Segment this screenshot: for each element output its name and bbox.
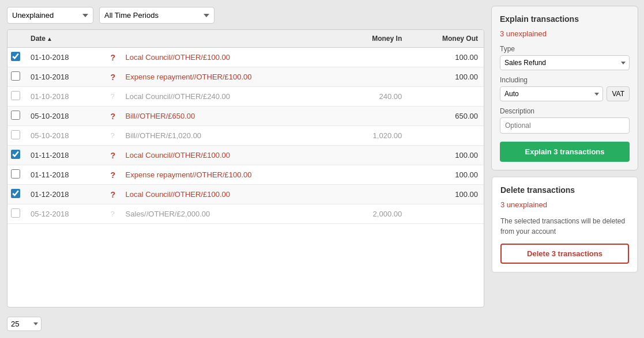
row-checkbox[interactable]: [11, 189, 20, 198]
row-description[interactable]: Local Council//OTHER/£100.00: [120, 48, 341, 67]
row-money-out: 650.00: [408, 107, 484, 126]
delete-panel: Delete transactions 3 unexplained The se…: [491, 176, 638, 273]
row-money-out: 100.00: [408, 48, 484, 67]
row-date: 05-10-2018: [25, 126, 108, 146]
row-checkbox-cell: [7, 204, 25, 224]
row-question-mark: ?: [108, 107, 120, 126]
transactions-table: Date▲ Money In Money Out 01-10-2018?Loca…: [7, 30, 484, 224]
row-money-out: [408, 126, 484, 146]
row-checkbox[interactable]: [11, 130, 20, 139]
description-header: [120, 30, 341, 48]
description-label: Description: [500, 107, 630, 115]
row-question-mark: ?: [108, 204, 120, 224]
row-question-mark: ?: [108, 87, 120, 107]
row-date: 01-10-2018: [25, 87, 108, 107]
row-money-in: [341, 67, 408, 87]
row-date: 05-10-2018: [25, 107, 108, 126]
row-checkbox[interactable]: [11, 150, 20, 159]
row-question-mark: ?: [108, 165, 120, 185]
right-sidebar: Explain transactions 3 unexplained Type …: [491, 0, 644, 338]
row-checkbox[interactable]: [11, 71, 20, 81]
explain-button[interactable]: Explain 3 transactions: [500, 142, 630, 162]
delete-unexplained-badge: 3 unexplained: [500, 200, 629, 209]
row-date: 01-11-2018: [25, 165, 108, 185]
table-row: 05-12-2018?Sales//OTHER/£2,000.002,000.0…: [7, 204, 484, 224]
row-money-in: 240.00: [341, 87, 408, 107]
explain-panel: Explain transactions 3 unexplained Type …: [491, 6, 638, 170]
row-checkbox-cell: [7, 107, 25, 126]
row-checkbox-cell: [7, 67, 25, 87]
table-body: 01-10-2018?Local Council//OTHER/£100.001…: [7, 48, 484, 224]
per-page-select[interactable]: 2550100: [7, 317, 42, 331]
date-header[interactable]: Date▲: [25, 30, 108, 48]
row-money-out: [408, 204, 484, 224]
description-group: Description: [500, 107, 630, 134]
filters-row: UnexplainedAllExplained All Time Periods…: [7, 7, 484, 24]
type-select[interactable]: Sales RefundPaymentExpenseTransferOther: [500, 55, 630, 70]
type-label: Type: [500, 45, 630, 53]
row-checkbox-cell: [7, 126, 25, 146]
table-row: 01-11-2018?Local Council//OTHER/£100.001…: [7, 146, 484, 165]
delete-panel-title: Delete transactions: [500, 185, 629, 195]
row-question-mark: ?: [108, 67, 120, 87]
row-money-out: 100.00: [408, 67, 484, 87]
row-money-in: [341, 146, 408, 165]
row-question-mark: ?: [108, 126, 120, 146]
including-row: AutoNo VAT20%5% VAT: [500, 86, 630, 101]
explain-panel-title: Explain transactions: [500, 14, 630, 24]
row-question-mark: ?: [108, 185, 120, 204]
row-description[interactable]: Local Council//OTHER/£100.00: [120, 185, 341, 204]
including-group: Including AutoNo VAT20%5% VAT: [500, 76, 630, 101]
delete-warning-text: The selected transactions will be delete…: [500, 216, 629, 237]
row-date: 01-10-2018: [25, 48, 108, 67]
row-description: Sales//OTHER/£2,000.00: [120, 204, 341, 224]
table-row: 05-10-2018?Bill//OTHER/£650.00650.00: [7, 107, 484, 126]
row-money-in: [341, 48, 408, 67]
table-row: 01-12-2018?Local Council//OTHER/£100.001…: [7, 185, 484, 204]
sort-arrow-icon: ▲: [47, 36, 52, 42]
row-description[interactable]: Bill//OTHER/£650.00: [120, 107, 341, 126]
row-money-out: 100.00: [408, 146, 484, 165]
row-description: Local Council//OTHER/£240.00: [120, 87, 341, 107]
explain-unexplained-badge: 3 unexplained: [500, 29, 630, 38]
row-checkbox-cell: [7, 48, 25, 67]
row-description[interactable]: Expense repayment//OTHER/£100.00: [120, 67, 341, 87]
row-checkbox[interactable]: [11, 52, 20, 61]
description-input[interactable]: [500, 117, 630, 134]
row-question-mark: ?: [108, 48, 120, 67]
row-date: 01-10-2018: [25, 67, 108, 87]
row-checkbox[interactable]: [11, 111, 20, 120]
q-header: [108, 30, 120, 48]
table-row: 01-10-2018?Local Council//OTHER/£100.001…: [7, 48, 484, 67]
row-checkbox[interactable]: [11, 169, 20, 179]
table-row: 01-10-2018?Local Council//OTHER/£240.002…: [7, 87, 484, 107]
transactions-table-container: Date▲ Money In Money Out 01-10-2018?Loca…: [7, 29, 484, 307]
row-money-out: 100.00: [408, 165, 484, 185]
row-description[interactable]: Expense repayment//OTHER/£100.00: [120, 165, 341, 185]
row-checkbox[interactable]: [11, 208, 20, 218]
row-question-mark: ?: [108, 146, 120, 165]
row-description[interactable]: Local Council//OTHER/£100.00: [120, 146, 341, 165]
checkbox-header: [7, 30, 25, 48]
money-in-header: Money In: [341, 30, 408, 48]
row-money-in: [341, 107, 408, 126]
footer-row: 2550100: [7, 317, 484, 331]
money-out-header: Money Out: [408, 30, 484, 48]
including-label: Including: [500, 76, 630, 84]
row-date: 01-12-2018: [25, 185, 108, 204]
row-checkbox-cell: [7, 185, 25, 204]
table-row: 01-10-2018?Expense repayment//OTHER/£100…: [7, 67, 484, 87]
delete-button[interactable]: Delete 3 transactions: [500, 244, 629, 264]
row-checkbox-cell: [7, 165, 25, 185]
period-filter[interactable]: All Time PeriodsLast MonthLast 3 MonthsL…: [99, 7, 214, 24]
vat-button[interactable]: VAT: [607, 86, 630, 101]
row-description: Bill//OTHER/£1,020.00: [120, 126, 341, 146]
type-group: Type Sales RefundPaymentExpenseTransferO…: [500, 45, 630, 70]
table-row: 01-11-2018?Expense repayment//OTHER/£100…: [7, 165, 484, 185]
including-select[interactable]: AutoNo VAT20%5%: [500, 86, 603, 101]
row-money-in: [341, 185, 408, 204]
table-row: 05-10-2018?Bill//OTHER/£1,020.001,020.00: [7, 126, 484, 146]
row-checkbox[interactable]: [11, 91, 20, 100]
status-filter[interactable]: UnexplainedAllExplained: [7, 7, 93, 24]
row-money-out: [408, 87, 484, 107]
